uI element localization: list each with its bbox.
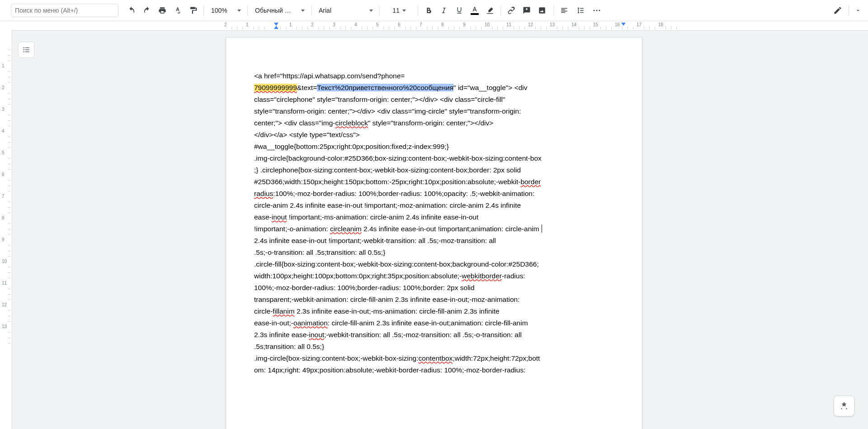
doc-text: .5s;transition: all 0.5s;} <box>254 343 324 350</box>
zoom-select[interactable]: 100% <box>208 4 244 17</box>
spellcheck-button[interactable] <box>171 4 184 17</box>
doc-text: circle-anim 2.4s infinite ease-in-out !i… <box>254 201 521 209</box>
redo-button[interactable] <box>140 4 154 17</box>
paragraph-style-select[interactable]: Обычный … <box>251 4 307 17</box>
doc-text-highlighted: 79099999999 <box>254 84 297 91</box>
doc-text: ;} .circlephone{box-sizing:content-box;-… <box>254 166 521 174</box>
chevron-down-icon <box>369 10 373 12</box>
doc-text: ease-in-out;- <box>254 319 293 327</box>
doc-text: .5s;-o-transition: all .5s;transition: a… <box>254 248 385 256</box>
separator <box>500 5 501 15</box>
doc-text: webkitborder <box>462 272 502 280</box>
doc-text: .img-circle{background-color:#25D366;box… <box>254 154 542 162</box>
doc-text: #25D366;width:150px;height:150px;bottom:… <box>254 178 520 186</box>
doc-text: 100%;-moz-border-radius: 100%;border-rad… <box>254 284 475 291</box>
more-button[interactable] <box>590 4 604 17</box>
doc-text: fillanim <box>273 307 294 315</box>
separator <box>849 5 849 15</box>
horizontal-ruler: 21123456789101112131415161718 <box>0 21 868 31</box>
doc-text-selected: Текст%20приветственного%20сообщения <box>317 84 453 91</box>
text-caret <box>542 224 542 233</box>
doc-text: center;"> <div class="img- <box>254 119 335 127</box>
paint-format-button[interactable] <box>186 4 200 17</box>
doc-text: circleblock <box>335 119 368 127</box>
separator <box>247 5 248 15</box>
expand-side-panel-button[interactable] <box>853 5 863 16</box>
insert-comment-button[interactable] <box>520 4 533 17</box>
separator <box>203 5 204 15</box>
doc-text: contentbox <box>419 354 453 362</box>
doc-text: ease- <box>254 213 272 221</box>
document-page[interactable]: <a href="https://api.whatsapp.com/send?p… <box>226 37 642 429</box>
paragraph-style-value: Обычный … <box>255 7 291 14</box>
doc-text: om: 14px;right: 49px;position:absolute;-… <box>254 366 525 374</box>
vertical-ruler: 12345678910111213 <box>0 30 12 429</box>
doc-text: <a href="https://api.whatsapp.com/send?p… <box>254 72 405 80</box>
chevron-down-icon <box>301 10 305 12</box>
doc-text: : circle-fill-anim 2.3s infinite ease-in… <box>328 319 528 327</box>
doc-text: " id="wa__toggle"> <div <box>453 84 527 91</box>
doc-text: :100%;-moz-border-radius: 100%;border-ra… <box>273 190 534 197</box>
editing-mode-button[interactable] <box>830 4 845 17</box>
doc-text: oanimation <box>293 319 328 327</box>
doc-text: circleanim <box>330 225 362 233</box>
line-spacing-button[interactable] <box>574 4 588 17</box>
doc-text: class="circlephone" style="transform-ori… <box>254 95 505 103</box>
doc-text: radius <box>254 190 273 197</box>
doc-text: -radius: <box>502 272 525 280</box>
font-size-value: 11 <box>392 7 400 14</box>
chevron-down-icon <box>402 10 406 12</box>
doc-text: 2.4s infinite ease-in-out !important;-we… <box>254 237 496 244</box>
underline-button[interactable] <box>453 4 466 17</box>
doc-text: 2.4s infinite ease-in-out !important;ani… <box>362 225 541 233</box>
doc-text: #wa__toggle{bottom:25px;right:0px;positi… <box>254 143 449 150</box>
doc-text: inout <box>272 213 287 221</box>
doc-text: </div></a> <style type="text/css"> <box>254 131 360 138</box>
doc-text: 2.3s infinite ease- <box>254 331 309 338</box>
separator <box>418 5 418 15</box>
doc-text: ;width:72px;height:72px;bott <box>453 354 540 362</box>
bold-button[interactable] <box>422 4 435 17</box>
doc-text: ;-webkit-transition: all .5s;-moz-transi… <box>324 331 522 338</box>
doc-text: border <box>520 178 541 186</box>
insert-link-button[interactable] <box>505 4 518 17</box>
insert-image-button[interactable] <box>535 4 550 17</box>
separator <box>379 5 380 15</box>
doc-text: inout <box>309 331 325 338</box>
font-value: Arial <box>319 7 331 14</box>
font-select[interactable]: Arial <box>315 4 376 17</box>
doc-text: !important;-ms-animation: circle-anim 2.… <box>287 213 478 221</box>
separator <box>553 5 554 15</box>
doc-text: !important;-o-animation: <box>254 225 330 233</box>
doc-text: circle- <box>254 307 273 315</box>
text-color-button[interactable] <box>468 4 481 17</box>
print-button[interactable] <box>156 4 169 17</box>
doc-text: " style="transform-origin: center;"></di… <box>368 119 494 127</box>
separator <box>311 5 311 15</box>
workspace: 12345678910111213 <a href="https://api.w… <box>0 30 868 429</box>
menu-search-input[interactable] <box>11 4 118 17</box>
align-button[interactable] <box>557 4 572 17</box>
doc-text: .circle-fill{box-sizing:content-box;-web… <box>254 260 539 268</box>
doc-text: .img-circle{box-sizing:content-box;-webk… <box>254 354 419 362</box>
highlight-color-button[interactable] <box>483 4 497 17</box>
font-size-select[interactable]: 11 <box>383 4 414 17</box>
zoom-value: 100% <box>211 7 227 14</box>
undo-button[interactable] <box>125 4 138 17</box>
doc-text: transparent;-webkit-animation: circle-fi… <box>254 296 520 303</box>
chevron-down-icon <box>237 10 241 12</box>
doc-text: style="transform-origin: center;"></div>… <box>254 107 521 115</box>
doc-text: &text= <box>297 84 317 91</box>
document-outline-button[interactable] <box>18 42 34 58</box>
doc-text: 2.3s infinite ease-in-out;-ms-animation:… <box>295 307 500 315</box>
toolbar: 100% Обычный … Arial 11 <box>0 0 868 21</box>
doc-text: width:100px;height:100px;bottom:0px;righ… <box>254 272 462 280</box>
italic-button[interactable] <box>437 4 451 17</box>
explore-button[interactable] <box>834 396 854 416</box>
